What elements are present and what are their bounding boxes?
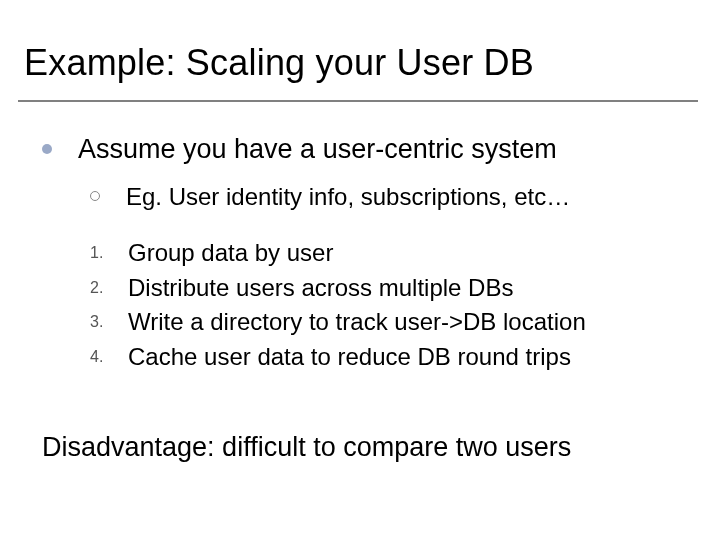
item-text: Distribute users across multiple DBs <box>128 272 513 304</box>
closing-text: Disadvantage: difficult to compare two u… <box>42 432 571 463</box>
item-number: 4. <box>90 348 116 366</box>
numbered-item: 4. Cache user data to reduce DB round tr… <box>90 341 682 373</box>
disc-bullet-icon <box>42 144 52 154</box>
bullet-level1-text: Assume you have a user-centric system <box>78 132 557 167</box>
item-number: 2. <box>90 279 116 297</box>
numbered-item: 2. Distribute users across multiple DBs <box>90 272 682 304</box>
numbered-item: 1. Group data by user <box>90 237 682 269</box>
slide: Example: Scaling your User DB Assume you… <box>0 0 720 540</box>
item-text: Write a directory to track user->DB loca… <box>128 306 586 338</box>
bullet-level2: Eg. User identity info, subscriptions, e… <box>90 181 682 213</box>
bullet-level2-text: Eg. User identity info, subscriptions, e… <box>126 181 570 213</box>
item-text: Cache user data to reduce DB round trips <box>128 341 571 373</box>
slide-body: Assume you have a user-centric system Eg… <box>42 132 682 375</box>
numbered-item: 3. Write a directory to track user->DB l… <box>90 306 682 338</box>
slide-title: Example: Scaling your User DB <box>24 42 534 84</box>
title-underline <box>18 100 698 102</box>
circle-bullet-icon <box>90 191 100 201</box>
item-number: 3. <box>90 313 116 331</box>
bullet-level1: Assume you have a user-centric system <box>42 132 682 167</box>
item-text: Group data by user <box>128 237 333 269</box>
item-number: 1. <box>90 244 116 262</box>
